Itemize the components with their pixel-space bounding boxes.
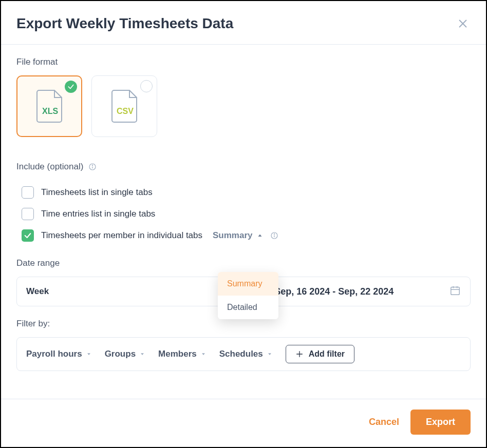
info-icon[interactable] <box>88 163 97 171</box>
caret-down-icon <box>201 352 206 357</box>
filter-groups[interactable]: Groups <box>105 349 145 359</box>
export-button[interactable]: Export <box>410 410 471 435</box>
detail-level-value: Summary <box>213 230 252 241</box>
filter-by-label: Filter by: <box>16 319 471 329</box>
detail-level-dropdown: Summary Detailed <box>218 272 278 319</box>
file-format-xls[interactable]: XLS <box>16 75 82 137</box>
checkbox-label: Time entries list in single tabs <box>41 209 155 219</box>
date-range-label: Date range <box>16 258 471 268</box>
file-csv-icon: CSV <box>110 89 139 123</box>
svg-point-9 <box>274 233 274 234</box>
caret-down-icon <box>140 352 145 357</box>
modal-body: File format XLS CSV <box>1 45 486 399</box>
close-button[interactable] <box>455 16 471 31</box>
include-item-timeentries-single: Time entries list in single tabs <box>22 208 471 220</box>
filter-box: Payroll hours Groups Members Schedules A… <box>16 337 471 371</box>
caret-down-icon <box>86 352 91 357</box>
checkbox-label: Timesheets list in single tabs <box>41 187 153 198</box>
svg-text:XLS: XLS <box>42 107 58 115</box>
date-period: Week <box>26 286 219 297</box>
check-circle-icon <box>65 81 77 93</box>
dropdown-item-detailed[interactable]: Detailed <box>218 296 278 319</box>
svg-rect-10 <box>451 287 460 295</box>
dropdown-item-summary[interactable]: Summary <box>218 272 278 296</box>
include-header: Include (optional) <box>16 162 471 172</box>
caret-up-icon <box>257 232 263 239</box>
svg-point-6 <box>92 165 93 165</box>
cancel-button[interactable]: Cancel <box>369 417 399 427</box>
file-format-options: XLS CSV <box>16 75 471 137</box>
include-label: Include (optional) <box>16 162 83 172</box>
add-filter-button[interactable]: Add filter <box>286 345 354 363</box>
file-xls-icon: XLS <box>35 89 64 123</box>
plus-icon <box>295 350 304 358</box>
checkbox[interactable] <box>22 186 34 199</box>
close-icon <box>457 18 469 29</box>
filter-members[interactable]: Members <box>158 349 206 359</box>
checkbox[interactable] <box>22 208 34 220</box>
modal-header: Export Weekly Timesheets Data <box>1 1 486 44</box>
checkbox-label: Timesheets per member in individual tabs <box>41 230 202 241</box>
export-modal: Export Weekly Timesheets Data File forma… <box>1 1 486 447</box>
include-checkbox-list: Timesheets list in single tabs Time entr… <box>16 186 471 242</box>
detail-level-select[interactable]: Summary <box>213 230 263 241</box>
filter-payroll-hours[interactable]: Payroll hours <box>26 349 91 359</box>
modal-footer: Cancel Export <box>1 399 486 447</box>
modal-title: Export Weekly Timesheets Data <box>16 15 233 32</box>
file-format-label: File format <box>16 57 471 67</box>
file-format-csv[interactable]: CSV <box>91 75 157 137</box>
include-item-per-member: Timesheets per member in individual tabs… <box>22 229 471 242</box>
include-item-timesheets-single: Timesheets list in single tabs <box>22 186 471 199</box>
calendar-icon[interactable] <box>449 285 461 298</box>
checkbox[interactable] <box>22 229 34 242</box>
svg-text:CSV: CSV <box>117 107 134 115</box>
radio-off-icon <box>140 80 153 92</box>
info-icon[interactable] <box>270 231 278 240</box>
filter-schedules[interactable]: Schedules <box>219 349 272 359</box>
caret-down-icon <box>267 352 272 357</box>
